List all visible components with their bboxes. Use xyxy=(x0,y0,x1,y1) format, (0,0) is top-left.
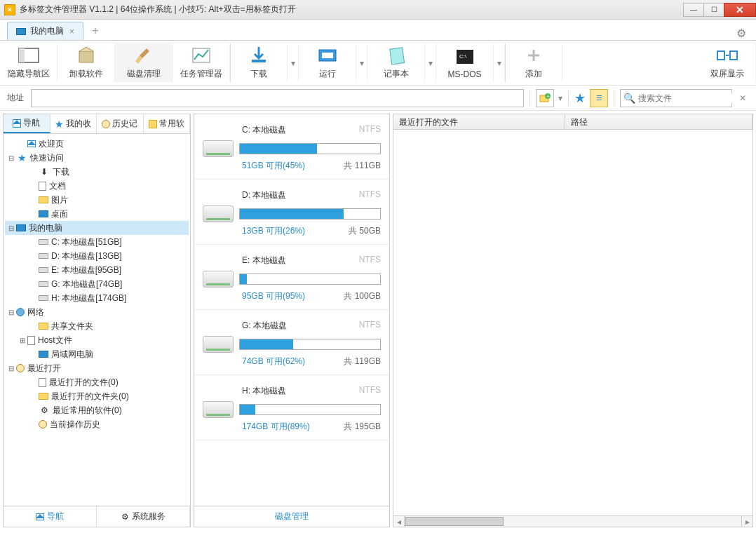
collapse-icon[interactable]: ⊟ xyxy=(6,309,16,316)
task-manager-button[interactable]: 任务管理器 xyxy=(173,43,230,82)
tree-recent-apps[interactable]: ⚙最近常用的软件(0) xyxy=(5,403,189,417)
monitor-icon xyxy=(16,224,26,231)
horizontal-scrollbar[interactable]: ◂ ▸ xyxy=(393,515,752,527)
tree-recent[interactable]: ⊟最近打开 xyxy=(5,361,189,375)
window-title: 多标签文件管理器 V1.1.2 | 64位操作系统 | 小技巧: Alt+双击=… xyxy=(20,4,296,15)
toggle-nav-button[interactable]: 隐藏导航区 xyxy=(0,43,58,82)
monitor-icon xyxy=(39,351,48,358)
minimize-button[interactable]: — xyxy=(683,3,704,17)
recent-header: 最近打开的文件 路径 xyxy=(393,114,752,130)
tab-mypc[interactable]: 我的电脑 × xyxy=(7,22,83,40)
sidebar-bottom-tabs: 导航 ⚙系统服务 xyxy=(4,506,190,527)
download-button[interactable]: 下载 xyxy=(230,43,288,82)
bottom-tab-nav[interactable]: 导航 xyxy=(4,506,97,527)
collapse-icon[interactable]: ⊟ xyxy=(6,224,16,232)
download-icon: ⬇ xyxy=(39,167,50,177)
disk-cleanup-button[interactable]: 磁盘清理 xyxy=(115,43,173,82)
tab-close-icon[interactable]: × xyxy=(69,27,74,36)
tree-current-history[interactable]: 当前操作历史 xyxy=(5,417,189,431)
main-content: 导航 ★我的收 历史记 常用软 欢迎页 ⊟★快速访问 ⬇下载 文档 图片 桌面 … xyxy=(0,111,756,530)
dropdown-icon[interactable]: ▾ xyxy=(558,93,562,103)
search-box[interactable]: 🔍 xyxy=(620,89,732,107)
sidebar-tab-apps[interactable]: 常用软 xyxy=(144,114,191,133)
sidebar-tab-history[interactable]: 历史记 xyxy=(97,114,144,133)
sidebar-tab-nav[interactable]: 导航 xyxy=(4,114,50,133)
disk-management-link[interactable]: 磁盘管理 xyxy=(194,506,389,527)
tree-documents[interactable]: 文档 xyxy=(5,179,189,193)
monitor-icon xyxy=(16,28,26,35)
scroll-left-icon[interactable]: ◂ xyxy=(393,516,405,527)
collapse-icon[interactable]: ⊟ xyxy=(6,154,16,162)
tree-lan-pc[interactable]: 局域网电脑 xyxy=(5,347,189,361)
drive-free-text: 13GB 可用(26%) xyxy=(242,225,305,237)
drive-item[interactable]: C: 本地磁盘NTFS51GB 可用(45%)共 111GB xyxy=(194,114,389,180)
tree-recent-files[interactable]: 最近打开的文件(0) xyxy=(5,375,189,389)
msdos-button[interactable]: C:\ MS-DOS xyxy=(436,43,494,82)
tree-quick-access[interactable]: ⊟★快速访问 xyxy=(5,151,189,165)
run-dropdown[interactable]: ▾ xyxy=(356,43,367,82)
uninstall-button[interactable]: 卸载软件 xyxy=(58,43,115,82)
settings-gear-icon[interactable]: ⚙ xyxy=(736,27,746,40)
notepad-button[interactable]: 记事本 xyxy=(367,43,425,82)
clear-search-icon[interactable]: ✕ xyxy=(736,93,749,103)
view-mode-button[interactable]: ☰ xyxy=(590,89,608,107)
folder-plus-icon: + xyxy=(539,93,551,103)
app-icon: ✕ xyxy=(4,4,15,15)
drive-item[interactable]: E: 本地磁盘NTFS95GB 可用(95%)共 100GB xyxy=(194,245,389,310)
favorite-star-icon[interactable]: ★ xyxy=(574,90,586,106)
drive-free-text: 74GB 可用(62%) xyxy=(242,356,305,367)
tree-pictures[interactable]: 图片 xyxy=(5,193,189,207)
tool-label: MS-DOS xyxy=(448,69,482,79)
drive-icon xyxy=(39,295,48,301)
folder-icon xyxy=(149,120,157,128)
tree-drive-d[interactable]: D: 本地磁盘[13GB] xyxy=(5,249,189,263)
sidebar-tab-fav[interactable]: ★我的收 xyxy=(50,114,97,133)
column-header-path[interactable]: 路径 xyxy=(565,114,752,129)
drive-item[interactable]: G: 本地磁盘NTFS74GB 可用(62%)共 119GB xyxy=(194,310,389,375)
tree-drive-g[interactable]: G: 本地磁盘[74GB] xyxy=(5,277,189,291)
tree-drive-h[interactable]: H: 本地磁盘[174GB] xyxy=(5,291,189,305)
download-dropdown[interactable]: ▾ xyxy=(288,43,299,82)
notepad-icon xyxy=(385,46,407,65)
tab-label: 导航 xyxy=(23,117,40,129)
drive-icon xyxy=(39,267,48,273)
drive-item[interactable]: H: 本地磁盘NTFS174GB 可用(89%)共 195GB xyxy=(194,375,389,440)
bottom-tab-services[interactable]: ⚙系统服务 xyxy=(97,506,190,527)
run-button[interactable]: 运行 xyxy=(299,43,356,82)
add-tool-button[interactable]: 添加 xyxy=(505,43,562,82)
svg-rect-2 xyxy=(79,51,93,62)
tree-welcome[interactable]: 欢迎页 xyxy=(5,137,189,151)
notepad-dropdown[interactable]: ▾ xyxy=(425,43,436,82)
search-input[interactable] xyxy=(638,93,743,103)
close-button[interactable]: ✕ xyxy=(724,3,756,17)
expand-icon[interactable]: ⊞ xyxy=(18,337,27,344)
drive-list: C: 本地磁盘NTFS51GB 可用(45%)共 111GBD: 本地磁盘NTF… xyxy=(194,114,389,506)
new-folder-button[interactable]: + xyxy=(536,89,554,107)
column-header-file[interactable]: 最近打开的文件 xyxy=(393,114,565,129)
scroll-thumb[interactable] xyxy=(405,517,504,526)
dual-screen-button[interactable]: 双屏显示 xyxy=(698,43,756,82)
drive-icon xyxy=(203,336,234,353)
gear-icon: ⚙ xyxy=(121,512,129,522)
tree-shared-folders[interactable]: 共享文件夹 xyxy=(5,319,189,333)
collapse-icon[interactable]: ⊟ xyxy=(6,365,16,372)
drive-filesystem: NTFS xyxy=(359,189,381,201)
msdos-dropdown[interactable]: ▾ xyxy=(494,43,505,82)
drive-icon xyxy=(203,401,234,418)
tree-drive-c[interactable]: C: 本地磁盘[51GB] xyxy=(5,235,189,249)
add-tab-button[interactable]: + xyxy=(86,22,104,40)
scroll-right-icon[interactable]: ▸ xyxy=(741,516,752,527)
star-icon: ★ xyxy=(55,119,64,130)
tree-mypc[interactable]: ⊟我的电脑 xyxy=(5,221,189,235)
maximize-button[interactable]: ☐ xyxy=(703,3,724,17)
tree-host-file[interactable]: ⊞Host文件 xyxy=(5,333,189,347)
tree-drive-e[interactable]: E: 本地磁盘[95GB] xyxy=(5,263,189,277)
separator xyxy=(568,90,569,106)
address-input[interactable] xyxy=(31,89,524,107)
tree-network[interactable]: ⊟网络 xyxy=(5,305,189,319)
drive-item[interactable]: D: 本地磁盘NTFS13GB 可用(26%)共 50GB xyxy=(194,180,389,245)
svg-rect-10 xyxy=(717,51,724,60)
tree-recent-folders[interactable]: 最近打开的文件夹(0) xyxy=(5,389,189,403)
tree-desktop[interactable]: 桌面 xyxy=(5,207,189,221)
tree-downloads[interactable]: ⬇下载 xyxy=(5,165,189,179)
